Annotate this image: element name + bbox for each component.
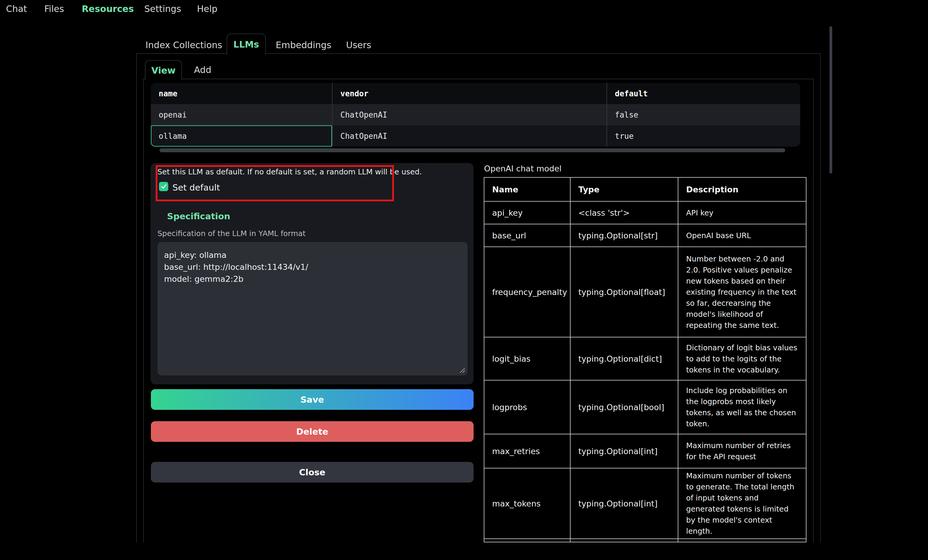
set-default-checkbox[interactable] [159, 182, 168, 191]
table-row: base_url typing.Optional[str] OpenAI bas… [484, 224, 806, 247]
table-row-partial [484, 539, 806, 542]
tab-embeddings[interactable]: Embeddings [276, 40, 331, 50]
llm-list-table: name vendor default openai ChatOpenAI fa… [151, 83, 800, 146]
param-description: Number between -2.0 and 2.0. Positive va… [678, 247, 806, 337]
param-name: max_retries [484, 434, 570, 468]
column-header-default: default [606, 83, 800, 104]
check-icon [161, 184, 167, 190]
save-button[interactable]: Save [151, 389, 473, 410]
param-type: typing.Optional[str] [570, 224, 678, 247]
tab-users[interactable]: Users [346, 40, 371, 50]
param-description: API key [678, 202, 806, 224]
horizontal-scrollbar-thumb[interactable] [160, 148, 785, 152]
param-name [484, 539, 570, 542]
subtab-view[interactable]: View [145, 60, 182, 80]
specification-heading: Specification [167, 211, 230, 221]
tab-llms[interactable]: LLMs [227, 33, 266, 55]
nav-item-settings[interactable]: Settings [144, 4, 181, 14]
delete-button[interactable]: Delete [151, 421, 473, 442]
table-row: api_key <class 'str'> API key [484, 201, 806, 224]
tab-index-collections[interactable]: Index Collections [145, 40, 222, 50]
param-type: typing.Optional[bool] [570, 380, 678, 434]
cell-name[interactable]: openai [151, 104, 332, 125]
nav-item-chat[interactable]: Chat [6, 4, 27, 14]
specification-caption: Specification of the LLM in YAML format [157, 229, 306, 238]
app-window: Chat Files Resources Settings Help Index… [0, 0, 928, 560]
param-type [570, 539, 678, 542]
column-header-name: Name [484, 178, 570, 201]
param-description [678, 539, 806, 542]
param-description: Maximum number of retries for the API re… [678, 434, 806, 468]
cell-default[interactable]: false [606, 104, 800, 125]
param-description: OpenAI base URL [678, 224, 806, 247]
close-button[interactable]: Close [151, 462, 473, 482]
param-type: typing.Optional[int] [570, 469, 678, 539]
docs-header-row: Name Type Description [484, 178, 806, 201]
param-name: frequency_penalty [484, 247, 570, 337]
param-name: base_url [484, 224, 570, 247]
column-header-type: Type [570, 178, 678, 201]
param-type: <class 'str'> [570, 202, 678, 224]
table-row: max_retries typing.Optional[int] Maximum… [484, 434, 806, 468]
vertical-scrollbar-thumb[interactable] [829, 26, 832, 173]
param-type: typing.Optional[float] [570, 247, 678, 337]
subtab-view-label: View [151, 65, 176, 76]
param-type: typing.Optional[dict] [570, 338, 678, 380]
table-row: max_tokens typing.Optional[int] Maximum … [484, 468, 806, 539]
llm-table-header-row: name vendor default [151, 83, 800, 104]
param-name: logprobs [484, 380, 570, 434]
param-description: Include log probabilities on the logprob… [678, 380, 806, 434]
param-name: max_tokens [484, 469, 570, 539]
param-type: typing.Optional[int] [570, 434, 678, 468]
column-header-name: name [151, 83, 332, 104]
tab-llms-label: LLMs [234, 39, 259, 50]
docs-panel-title: OpenAI chat model [484, 164, 562, 173]
resize-handle-icon[interactable] [460, 368, 465, 373]
cell-vendor[interactable]: ChatOpenAI [332, 104, 606, 125]
param-name: api_key [484, 202, 570, 224]
param-name: logit_bias [484, 338, 570, 380]
column-header-vendor: vendor [332, 83, 606, 104]
set-default-note: Set this LLM as default. If no default i… [157, 167, 422, 176]
subtab-add[interactable]: Add [194, 65, 211, 75]
nav-item-help[interactable]: Help [197, 4, 217, 14]
table-row: frequency_penalty typing.Optional[float]… [484, 247, 806, 337]
set-default-label: Set default [172, 183, 220, 193]
table-row-openai[interactable]: openai ChatOpenAI false [151, 104, 800, 125]
nav-item-files[interactable]: Files [44, 4, 64, 14]
table-row: logprobs typing.Optional[bool] Include l… [484, 380, 806, 434]
nav-item-resources[interactable]: Resources [82, 4, 134, 14]
model-params-table: Name Type Description api_key <class 'st… [484, 177, 806, 542]
yaml-spec-textarea[interactable]: api_key: ollama base_url: http://localho… [157, 242, 468, 376]
table-row: logit_bias typing.Optional[dict] Diction… [484, 337, 806, 380]
table-row-ollama[interactable]: ollama ChatOpenAI true [151, 125, 800, 146]
param-description: Dictionary of logit bias values to add t… [678, 338, 806, 380]
param-description: Maximum number of tokens to generate. Th… [678, 469, 806, 539]
cell-default[interactable]: true [606, 125, 800, 146]
cell-vendor[interactable]: ChatOpenAI [332, 125, 606, 146]
column-header-description: Description [678, 178, 806, 201]
cell-name-selected[interactable]: ollama [151, 125, 332, 146]
